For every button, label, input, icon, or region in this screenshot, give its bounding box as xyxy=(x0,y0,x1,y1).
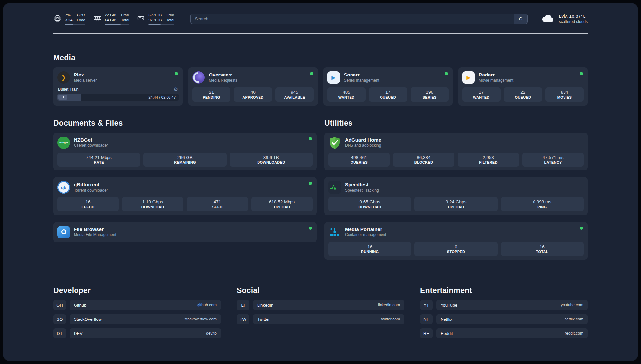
link-bar[interactable]: Github github.com xyxy=(70,300,221,310)
disk-widget: 52.4 TB 97.9 TB Free Total xyxy=(137,13,174,25)
link-dev[interactable]: DT DEV dev.to xyxy=(53,328,221,338)
link-name: YouTube xyxy=(441,303,457,308)
link-bar[interactable]: Reddit reddit.com xyxy=(436,328,588,338)
app-subtitle: Series management xyxy=(344,78,379,83)
weather-widget: Lviv, 16.87°C scattered clouds xyxy=(541,14,588,24)
section-developer: Developer GH Github github.com SO StackO… xyxy=(53,286,221,338)
app-card-speedtest[interactable]: Speedtest Speedtest Tracking 9.65 Gbps D… xyxy=(324,177,588,215)
link-twitter[interactable]: TW Twitter twitter.com xyxy=(237,314,404,324)
app-name: File Browser xyxy=(74,227,116,232)
app-subtitle: Usenet downloader xyxy=(74,143,108,148)
nzbget-icon: nzbget xyxy=(57,136,70,149)
stat-pending: 21 PENDING xyxy=(192,87,230,102)
app-card-overseerr[interactable]: Overseerr Media Requests 21 PENDING 40 A… xyxy=(188,67,318,106)
link-url: reddit.com xyxy=(565,331,583,336)
stat-total: 16 TOTAL xyxy=(501,242,584,256)
stat-seed: 471 SEED xyxy=(187,197,248,211)
app-card-radarr[interactable]: ▶ Radarr Movie management 17 WANTED xyxy=(458,67,588,106)
stat-rate: 744.21 Mbps RATE xyxy=(57,153,140,167)
cpu-label: CPU xyxy=(77,13,85,17)
link-youtube[interactable]: YT YouTube youtube.com xyxy=(420,300,588,310)
stat-upload: 618.52 Mbps UPLOAD xyxy=(251,197,313,211)
status-dot xyxy=(445,72,448,75)
link-name: Reddit xyxy=(441,331,453,336)
app-card-portainer[interactable]: Media Portainer Container management 16 … xyxy=(324,222,588,260)
link-abbr: SO xyxy=(53,314,66,324)
disk-total-value: 97.9 TB xyxy=(148,18,162,22)
link-bar[interactable]: YouTube youtube.com xyxy=(436,300,588,310)
developer-heading: Developer xyxy=(53,286,221,295)
link-github[interactable]: GH Github github.com xyxy=(53,300,221,310)
app-card-adguard[interactable]: AdGuard Home DNS and adblocking 498,461 … xyxy=(324,133,588,171)
search-input[interactable] xyxy=(191,14,514,24)
app-subtitle: Movie management xyxy=(479,78,513,83)
app-subtitle: Media File Management xyxy=(74,233,116,237)
link-bar[interactable]: Twitter twitter.com xyxy=(253,314,404,324)
portainer-icon xyxy=(328,226,341,238)
cpu-progress-bar xyxy=(65,24,85,25)
link-bar[interactable]: StackOverflow stackoverflow.com xyxy=(70,314,221,324)
link-stackoverflow[interactable]: SO StackOverflow stackoverflow.com xyxy=(53,314,221,324)
link-url: dev.to xyxy=(206,331,217,336)
link-bar[interactable]: LinkedIn linkedin.com xyxy=(253,300,404,310)
entertainment-heading: Entertainment xyxy=(420,286,588,295)
app-card-plex[interactable]: ❯ Plex Media server Bullet Train ⚙ xyxy=(53,67,183,106)
disk-total-label: Total xyxy=(167,18,174,22)
app-name: Sonarr xyxy=(344,72,379,78)
app-card-qbittorrent[interactable]: qb qBittorrent Torrent downloader 16 LEE… xyxy=(53,177,317,215)
dashboard: 7% 3.24 CPU Load xyxy=(3,3,638,361)
link-abbr: LI xyxy=(237,300,249,310)
documents-heading: Documents & Files xyxy=(53,119,317,128)
memory-progress-bar xyxy=(105,24,129,25)
player-progress-bar[interactable]: 24:44 / 02:06:47 xyxy=(57,94,179,101)
stat-downloaded: 39.6 TB DOWNLOADED xyxy=(230,153,313,167)
sonarr-icon: ▶ xyxy=(327,71,340,84)
search-engine-button[interactable]: G xyxy=(514,14,527,24)
link-bar[interactable]: Netflix netflix.com xyxy=(436,314,588,324)
stat-ping: 0.993 ms PING xyxy=(501,197,584,211)
link-url: twitter.com xyxy=(381,317,400,321)
now-playing-title: Bullet Train xyxy=(58,87,79,92)
link-bar[interactable]: DEV dev.to xyxy=(70,328,221,338)
memory-total-value: 64 GiB xyxy=(105,18,116,22)
stat-blocked: 86,384 BLOCKED xyxy=(393,153,454,167)
memory-total-label: Total xyxy=(121,18,129,22)
memory-free-value: 22 GiB xyxy=(105,13,116,17)
app-card-nzbget[interactable]: nzbget NZBGet Usenet downloader 744.21 M… xyxy=(53,133,317,171)
link-abbr: RE xyxy=(420,328,433,338)
topbar-divider xyxy=(53,33,588,34)
link-netflix[interactable]: NF Netflix netflix.com xyxy=(420,314,588,324)
stat-wanted: 485 WANTED xyxy=(327,87,366,102)
stat-leech: 16 LEECH xyxy=(57,197,119,211)
overseerr-icon xyxy=(192,71,205,84)
memory-icon xyxy=(93,13,102,22)
stat-queries: 498,461 QUERIES xyxy=(328,153,390,167)
link-url: linkedin.com xyxy=(378,303,400,307)
stat-download: 1.19 Gbps DOWNLOAD xyxy=(122,197,183,211)
section-media: Media ❯ Plex Media server Bullet Train ⚙ xyxy=(53,53,588,106)
link-reddit[interactable]: RE Reddit reddit.com xyxy=(420,328,588,338)
app-subtitle: Media Requests xyxy=(209,78,237,83)
memory-widget: 22 GiB 64 GiB Free Total xyxy=(93,13,129,25)
link-abbr: NF xyxy=(420,314,433,324)
pause-button[interactable] xyxy=(58,95,67,100)
link-linkedin[interactable]: LI LinkedIn linkedin.com xyxy=(237,300,404,310)
app-card-sonarr[interactable]: ▶ Sonarr Series management 485 WANTED xyxy=(323,67,453,106)
app-name: qBittorrent xyxy=(74,182,108,188)
app-name: AdGuard Home xyxy=(345,137,381,143)
app-card-filebrowser[interactable]: File Browser Media File Management xyxy=(53,222,317,242)
disk-progress-bar xyxy=(148,24,174,25)
stat-approved: 40 APPROVED xyxy=(234,87,272,102)
stat-stopped: 0 STOPPED xyxy=(414,242,497,256)
link-name: Netflix xyxy=(441,317,452,322)
link-name: Github xyxy=(74,303,86,308)
player-settings-icon[interactable]: ⚙ xyxy=(174,87,178,92)
stat-latency: 47.571 ms LATENCY xyxy=(522,153,584,167)
section-documents: Documents & Files nzbget NZBGet Usenet d… xyxy=(53,119,317,260)
section-entertainment: Entertainment YT YouTube youtube.com NF … xyxy=(420,286,588,338)
disk-progress-fill xyxy=(148,24,161,25)
memory-free-label: Free xyxy=(121,13,129,17)
media-heading: Media xyxy=(53,53,588,62)
speedtest-icon xyxy=(328,181,341,194)
app-name: Plex xyxy=(74,72,97,78)
